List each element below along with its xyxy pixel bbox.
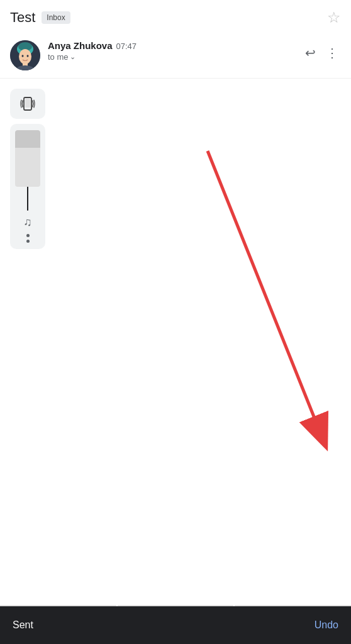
more-options-icon[interactable]: ⋮	[323, 43, 341, 63]
audio-waveform	[15, 130, 40, 187]
svg-rect-9	[25, 99, 30, 108]
chevron-down-icon: ⌄	[70, 53, 75, 61]
email-header: Test Inbox ☆	[0, 0, 351, 33]
reply-icon[interactable]: ↩	[303, 43, 318, 63]
sender-name: Anya Zhukova	[48, 40, 113, 51]
email-info: Anya Zhukova 07:47 to me ⌄	[48, 40, 295, 62]
email-actions: ↩ ⋮	[303, 40, 341, 63]
undo-button[interactable]: Undo	[315, 619, 338, 631]
email-time: 07:47	[116, 42, 137, 51]
email-to[interactable]: to me ⌄	[48, 52, 295, 62]
vibrate-button[interactable]	[10, 89, 45, 119]
sent-label: Sent	[13, 619, 33, 631]
more-dots-icon[interactable]	[26, 234, 30, 243]
svg-point-4	[22, 55, 24, 57]
svg-point-5	[27, 55, 29, 57]
audio-player[interactable]: ♫	[10, 124, 45, 249]
attachment-area: ♫	[0, 79, 351, 259]
inbox-badge[interactable]: Inbox	[42, 11, 70, 24]
header-left: Test Inbox	[10, 9, 70, 26]
sender-row: Anya Zhukova 07:47	[48, 40, 295, 51]
to-label: to me	[48, 52, 69, 62]
svg-point-3	[19, 49, 31, 64]
avatar[interactable]	[10, 40, 40, 70]
star-icon[interactable]: ☆	[327, 9, 341, 26]
bottom-bar: Sent Undo	[0, 606, 351, 644]
music-note-icon: ♫	[23, 216, 32, 229]
email-row: Anya Zhukova 07:47 to me ⌄ ↩ ⋮	[0, 33, 351, 79]
audio-progress	[27, 186, 28, 211]
page-title: Test	[10, 9, 35, 26]
